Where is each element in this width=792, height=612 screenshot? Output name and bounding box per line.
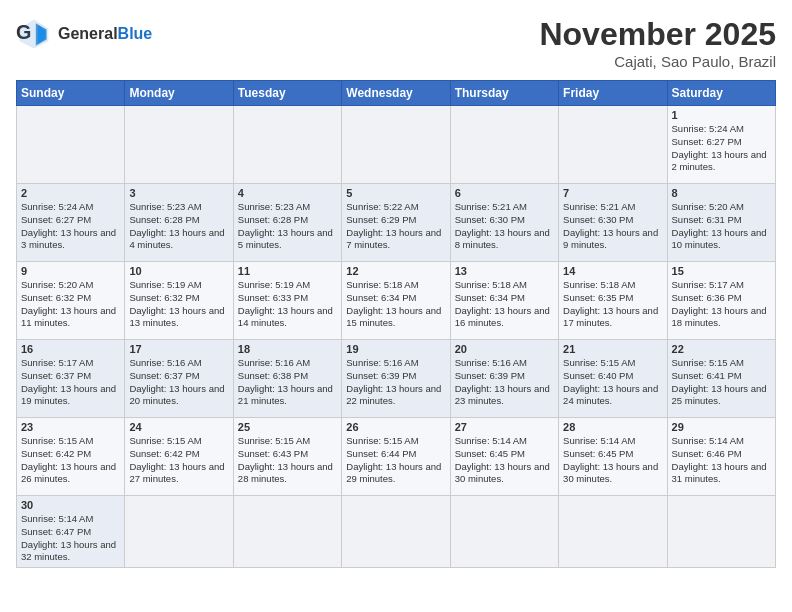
calendar-cell: 15Sunrise: 5:17 AMSunset: 6:36 PMDayligh…	[667, 262, 775, 340]
calendar-cell: 26Sunrise: 5:15 AMSunset: 6:44 PMDayligh…	[342, 418, 450, 496]
calendar-cell: 1Sunrise: 5:24 AMSunset: 6:27 PMDaylight…	[667, 106, 775, 184]
calendar-week-6: 30Sunrise: 5:14 AMSunset: 6:47 PMDayligh…	[17, 496, 776, 568]
calendar-cell: 9Sunrise: 5:20 AMSunset: 6:32 PMDaylight…	[17, 262, 125, 340]
col-header-friday: Friday	[559, 81, 667, 106]
cell-daylight-info: Sunrise: 5:17 AMSunset: 6:37 PMDaylight:…	[21, 357, 120, 408]
calendar-table: SundayMondayTuesdayWednesdayThursdayFrid…	[16, 80, 776, 568]
calendar-cell	[667, 496, 775, 568]
calendar-cell: 23Sunrise: 5:15 AMSunset: 6:42 PMDayligh…	[17, 418, 125, 496]
calendar-cell	[342, 106, 450, 184]
day-number: 22	[672, 343, 771, 355]
page-header: G GeneralBlue November 2025 Cajati, Sao …	[16, 16, 776, 70]
day-number: 21	[563, 343, 662, 355]
day-number: 28	[563, 421, 662, 433]
cell-daylight-info: Sunrise: 5:14 AMSunset: 6:45 PMDaylight:…	[563, 435, 662, 486]
calendar-cell: 3Sunrise: 5:23 AMSunset: 6:28 PMDaylight…	[125, 184, 233, 262]
cell-daylight-info: Sunrise: 5:24 AMSunset: 6:27 PMDaylight:…	[672, 123, 771, 174]
cell-daylight-info: Sunrise: 5:15 AMSunset: 6:42 PMDaylight:…	[21, 435, 120, 486]
day-number: 27	[455, 421, 554, 433]
col-header-wednesday: Wednesday	[342, 81, 450, 106]
calendar-cell: 4Sunrise: 5:23 AMSunset: 6:28 PMDaylight…	[233, 184, 341, 262]
day-number: 9	[21, 265, 120, 277]
day-number: 24	[129, 421, 228, 433]
cell-daylight-info: Sunrise: 5:23 AMSunset: 6:28 PMDaylight:…	[238, 201, 337, 252]
calendar-cell	[125, 106, 233, 184]
cell-daylight-info: Sunrise: 5:16 AMSunset: 6:39 PMDaylight:…	[455, 357, 554, 408]
calendar-cell	[125, 496, 233, 568]
cell-daylight-info: Sunrise: 5:24 AMSunset: 6:27 PMDaylight:…	[21, 201, 120, 252]
cell-daylight-info: Sunrise: 5:14 AMSunset: 6:45 PMDaylight:…	[455, 435, 554, 486]
col-header-saturday: Saturday	[667, 81, 775, 106]
cell-daylight-info: Sunrise: 5:16 AMSunset: 6:39 PMDaylight:…	[346, 357, 445, 408]
calendar-cell: 14Sunrise: 5:18 AMSunset: 6:35 PMDayligh…	[559, 262, 667, 340]
calendar-cell: 10Sunrise: 5:19 AMSunset: 6:32 PMDayligh…	[125, 262, 233, 340]
calendar-cell: 28Sunrise: 5:14 AMSunset: 6:45 PMDayligh…	[559, 418, 667, 496]
calendar-cell: 18Sunrise: 5:16 AMSunset: 6:38 PMDayligh…	[233, 340, 341, 418]
day-number: 4	[238, 187, 337, 199]
calendar-cell: 24Sunrise: 5:15 AMSunset: 6:42 PMDayligh…	[125, 418, 233, 496]
calendar-cell	[450, 106, 558, 184]
cell-daylight-info: Sunrise: 5:17 AMSunset: 6:36 PMDaylight:…	[672, 279, 771, 330]
calendar-cell: 7Sunrise: 5:21 AMSunset: 6:30 PMDaylight…	[559, 184, 667, 262]
cell-daylight-info: Sunrise: 5:22 AMSunset: 6:29 PMDaylight:…	[346, 201, 445, 252]
logo: G GeneralBlue	[16, 16, 152, 52]
calendar-cell: 12Sunrise: 5:18 AMSunset: 6:34 PMDayligh…	[342, 262, 450, 340]
calendar-cell: 22Sunrise: 5:15 AMSunset: 6:41 PMDayligh…	[667, 340, 775, 418]
day-number: 25	[238, 421, 337, 433]
day-number: 15	[672, 265, 771, 277]
cell-daylight-info: Sunrise: 5:21 AMSunset: 6:30 PMDaylight:…	[455, 201, 554, 252]
calendar-cell: 20Sunrise: 5:16 AMSunset: 6:39 PMDayligh…	[450, 340, 558, 418]
calendar-cell: 17Sunrise: 5:16 AMSunset: 6:37 PMDayligh…	[125, 340, 233, 418]
title-block: November 2025 Cajati, Sao Paulo, Brazil	[539, 16, 776, 70]
day-number: 18	[238, 343, 337, 355]
calendar-cell	[342, 496, 450, 568]
day-number: 17	[129, 343, 228, 355]
day-number: 3	[129, 187, 228, 199]
calendar-cell	[233, 496, 341, 568]
calendar-header-row: SundayMondayTuesdayWednesdayThursdayFrid…	[17, 81, 776, 106]
calendar-cell: 21Sunrise: 5:15 AMSunset: 6:40 PMDayligh…	[559, 340, 667, 418]
cell-daylight-info: Sunrise: 5:18 AMSunset: 6:34 PMDaylight:…	[346, 279, 445, 330]
calendar-cell	[450, 496, 558, 568]
cell-daylight-info: Sunrise: 5:16 AMSunset: 6:37 PMDaylight:…	[129, 357, 228, 408]
col-header-monday: Monday	[125, 81, 233, 106]
cell-daylight-info: Sunrise: 5:20 AMSunset: 6:32 PMDaylight:…	[21, 279, 120, 330]
calendar-cell: 8Sunrise: 5:20 AMSunset: 6:31 PMDaylight…	[667, 184, 775, 262]
calendar-cell: 27Sunrise: 5:14 AMSunset: 6:45 PMDayligh…	[450, 418, 558, 496]
calendar-cell: 19Sunrise: 5:16 AMSunset: 6:39 PMDayligh…	[342, 340, 450, 418]
cell-daylight-info: Sunrise: 5:18 AMSunset: 6:34 PMDaylight:…	[455, 279, 554, 330]
cell-daylight-info: Sunrise: 5:16 AMSunset: 6:38 PMDaylight:…	[238, 357, 337, 408]
day-number: 19	[346, 343, 445, 355]
day-number: 23	[21, 421, 120, 433]
col-header-tuesday: Tuesday	[233, 81, 341, 106]
calendar-cell: 6Sunrise: 5:21 AMSunset: 6:30 PMDaylight…	[450, 184, 558, 262]
cell-daylight-info: Sunrise: 5:14 AMSunset: 6:46 PMDaylight:…	[672, 435, 771, 486]
calendar-cell: 25Sunrise: 5:15 AMSunset: 6:43 PMDayligh…	[233, 418, 341, 496]
day-number: 8	[672, 187, 771, 199]
day-number: 1	[672, 109, 771, 121]
day-number: 6	[455, 187, 554, 199]
cell-daylight-info: Sunrise: 5:15 AMSunset: 6:41 PMDaylight:…	[672, 357, 771, 408]
day-number: 26	[346, 421, 445, 433]
cell-daylight-info: Sunrise: 5:15 AMSunset: 6:43 PMDaylight:…	[238, 435, 337, 486]
calendar-week-2: 2Sunrise: 5:24 AMSunset: 6:27 PMDaylight…	[17, 184, 776, 262]
logo-icon: G	[16, 16, 52, 52]
cell-daylight-info: Sunrise: 5:20 AMSunset: 6:31 PMDaylight:…	[672, 201, 771, 252]
day-number: 7	[563, 187, 662, 199]
calendar-cell	[559, 106, 667, 184]
cell-daylight-info: Sunrise: 5:18 AMSunset: 6:35 PMDaylight:…	[563, 279, 662, 330]
month-title: November 2025	[539, 16, 776, 53]
cell-daylight-info: Sunrise: 5:15 AMSunset: 6:44 PMDaylight:…	[346, 435, 445, 486]
day-number: 5	[346, 187, 445, 199]
calendar-cell: 2Sunrise: 5:24 AMSunset: 6:27 PMDaylight…	[17, 184, 125, 262]
calendar-cell: 5Sunrise: 5:22 AMSunset: 6:29 PMDaylight…	[342, 184, 450, 262]
cell-daylight-info: Sunrise: 5:21 AMSunset: 6:30 PMDaylight:…	[563, 201, 662, 252]
cell-daylight-info: Sunrise: 5:14 AMSunset: 6:47 PMDaylight:…	[21, 513, 120, 564]
day-number: 2	[21, 187, 120, 199]
calendar-week-1: 1Sunrise: 5:24 AMSunset: 6:27 PMDaylight…	[17, 106, 776, 184]
cell-daylight-info: Sunrise: 5:19 AMSunset: 6:32 PMDaylight:…	[129, 279, 228, 330]
day-number: 12	[346, 265, 445, 277]
day-number: 10	[129, 265, 228, 277]
day-number: 13	[455, 265, 554, 277]
cell-daylight-info: Sunrise: 5:23 AMSunset: 6:28 PMDaylight:…	[129, 201, 228, 252]
